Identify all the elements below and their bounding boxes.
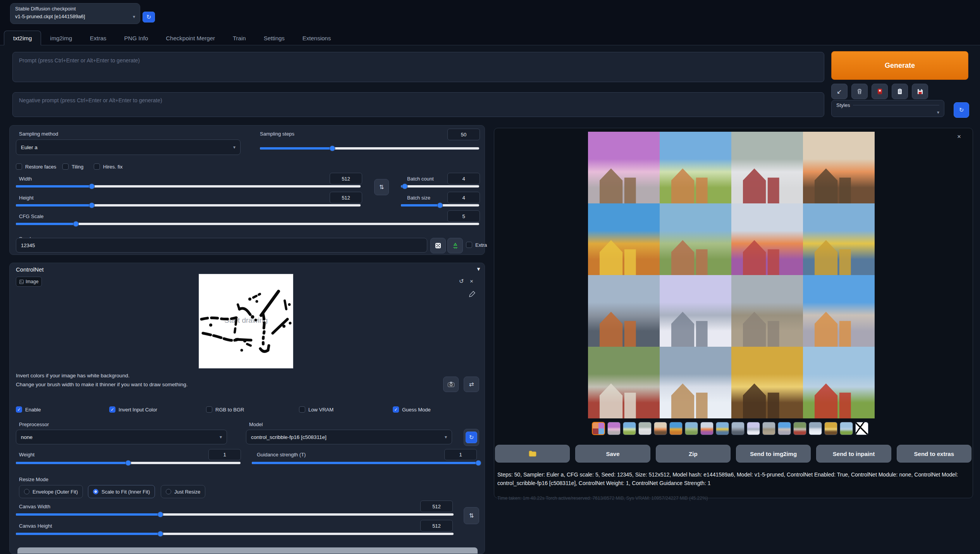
tiling-checkbox[interactable]: Tiling <box>62 163 84 170</box>
prompt-input[interactable]: Prompt (press Ctrl+Enter or Alt+Enter to… <box>12 52 824 82</box>
zip-button[interactable]: Zip <box>656 445 731 463</box>
gallery-image[interactable] <box>731 275 803 347</box>
gallery-image[interactable] <box>660 203 731 275</box>
tab-txt2img[interactable]: txt2img <box>4 31 41 45</box>
gallery-image[interactable] <box>588 347 660 418</box>
thumbnail-image[interactable] <box>700 422 714 435</box>
send-to-extras-button[interactable]: Send to extras <box>897 445 971 463</box>
checkpoint-refresh-button[interactable]: ↻ <box>143 12 155 22</box>
gallery-image[interactable] <box>731 347 803 418</box>
canvas-height-value[interactable]: 512 <box>420 520 453 532</box>
model-refresh-button[interactable]: ↻ <box>464 429 479 446</box>
tab-settings[interactable]: Settings <box>255 31 294 45</box>
thumbnail-image[interactable] <box>840 422 853 435</box>
seed-input[interactable]: 12345 <box>16 238 427 253</box>
width-value[interactable]: 512 <box>330 173 362 184</box>
random-seed-button[interactable] <box>430 238 446 253</box>
batch-count-slider[interactable] <box>401 185 479 188</box>
batch-count-value[interactable]: 4 <box>447 173 480 184</box>
tab-train[interactable]: Train <box>224 31 255 45</box>
gallery-image[interactable] <box>588 275 660 347</box>
model-select[interactable]: control_scribble-fp16 [c508311e] ▾ <box>246 430 452 444</box>
resize-just-resize-radio[interactable]: Just Resize <box>161 485 205 498</box>
swap-canvas-dims-button[interactable]: ⇅ <box>464 507 479 524</box>
thumbnail-image[interactable] <box>762 422 775 435</box>
canvas-width-value[interactable]: 512 <box>420 501 453 512</box>
webcam-mirror-button[interactable]: ⇄ <box>464 377 479 392</box>
swap-width-height-button[interactable]: ⇅ <box>374 179 389 195</box>
guess-mode-checkbox[interactable]: ✓Guess Mode <box>393 406 431 413</box>
cfg-scale-value[interactable]: 5 <box>447 210 480 222</box>
height-value[interactable]: 512 <box>330 192 362 203</box>
controlnet-image-tab[interactable]: Image <box>16 277 42 287</box>
gallery-image[interactable] <box>803 132 875 203</box>
thumbnail-scribble[interactable] <box>855 422 868 435</box>
gallery-image[interactable] <box>660 132 731 203</box>
extra-seed-checkbox[interactable]: Extra <box>466 242 487 248</box>
styles-dropdown[interactable]: Styles ▾ <box>831 100 944 117</box>
checkpoint-dropdown[interactable]: v1-5-pruned.ckpt [e1441589a6] ▾ <box>15 14 135 19</box>
gallery-image[interactable] <box>731 203 803 275</box>
thumbnail-image[interactable] <box>669 422 683 435</box>
resize-scale-to-fit-radio[interactable]: Scale to Fit (Inner Fit) <box>88 485 155 498</box>
preprocessor-select[interactable]: none ▾ <box>16 430 227 444</box>
thumbnail-image[interactable] <box>731 422 744 435</box>
tab-img2img[interactable]: img2img <box>41 31 81 45</box>
low-vram-checkbox[interactable]: Low VRAM <box>299 406 334 413</box>
thumbnail-image[interactable] <box>778 422 791 435</box>
controlnet-drawing-canvas[interactable]: Start drawing <box>199 274 293 368</box>
thumbnail-image[interactable] <box>638 422 652 435</box>
thumbnail-image[interactable] <box>747 422 760 435</box>
width-slider[interactable] <box>16 185 361 188</box>
generate-button[interactable]: Generate <box>831 51 968 80</box>
send-to-img2img-button[interactable]: Send to img2img <box>736 445 811 463</box>
tab-extensions[interactable]: Extensions <box>294 31 340 45</box>
thumbnail-image[interactable] <box>685 422 698 435</box>
gallery-image[interactable] <box>731 132 803 203</box>
gallery-image[interactable] <box>803 347 875 418</box>
resize-envelope-radio[interactable]: Envelope (Outer Fit) <box>19 485 83 498</box>
enable-checkbox[interactable]: ✓Enable <box>16 406 41 413</box>
weight-value[interactable]: 1 <box>208 449 241 460</box>
thumbnail-image[interactable] <box>716 422 729 435</box>
brush-icon[interactable] <box>469 291 475 297</box>
cfg-scale-slider[interactable] <box>16 223 479 225</box>
batch-size-value[interactable]: 4 <box>447 192 480 203</box>
collapse-arrow-icon[interactable]: ▼ <box>476 266 481 272</box>
gallery-image[interactable] <box>588 132 660 203</box>
clear-prompt-button[interactable] <box>851 84 868 99</box>
reuse-seed-button[interactable] <box>447 238 463 253</box>
thumbnail-grid-montage[interactable] <box>592 422 605 435</box>
batch-size-slider[interactable] <box>401 204 479 206</box>
canvas-height-slider[interactable] <box>16 533 454 535</box>
tab-extras[interactable]: Extras <box>81 31 115 45</box>
restore-faces-checkbox[interactable]: Restore faces <box>16 163 56 170</box>
clear-canvas-icon[interactable]: × <box>470 278 473 284</box>
guidance-strength-value[interactable]: 1 <box>444 449 477 460</box>
close-icon[interactable]: × <box>957 133 961 141</box>
thumbnail-image[interactable] <box>623 422 636 435</box>
gallery-image[interactable] <box>803 203 875 275</box>
paste-params-button[interactable]: ↙ <box>831 84 848 99</box>
gallery-image[interactable] <box>660 347 731 418</box>
annotator-preview-button[interactable] <box>17 547 478 554</box>
guidance-strength-slider[interactable] <box>252 462 478 464</box>
save-button[interactable]: Save <box>575 445 650 463</box>
gallery-image[interactable] <box>588 203 660 275</box>
gallery-image[interactable] <box>803 275 875 347</box>
apply-style-button[interactable] <box>892 84 908 99</box>
send-to-inpaint-button[interactable]: Send to inpaint <box>816 445 891 463</box>
sampling-steps-slider[interactable] <box>260 147 479 150</box>
height-slider[interactable] <box>16 204 361 206</box>
styles-refresh-button[interactable]: ↻ <box>954 102 969 118</box>
hires-fix-checkbox[interactable]: Hires. fix <box>94 163 123 170</box>
thumbnail-image[interactable] <box>809 422 822 435</box>
negative-prompt-input[interactable]: Negative prompt (press Ctrl+Enter or Alt… <box>12 92 824 117</box>
open-folder-button[interactable] <box>495 445 570 463</box>
tab-png-info[interactable]: PNG Info <box>115 31 157 45</box>
gallery-image[interactable] <box>660 275 731 347</box>
thumbnail-image[interactable] <box>607 422 621 435</box>
save-style-button[interactable] <box>912 84 928 99</box>
sampling-steps-value[interactable]: 50 <box>447 129 480 140</box>
thumbnail-image[interactable] <box>793 422 806 435</box>
